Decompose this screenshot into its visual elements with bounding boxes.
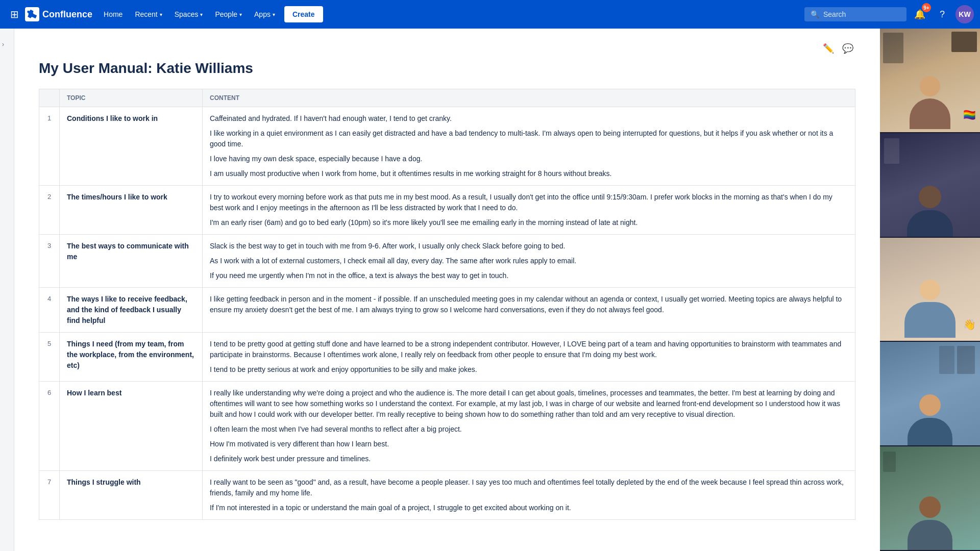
sidebar-toggle[interactable]: › [0, 29, 14, 551]
row-content: Slack is the best way to get in touch wi… [203, 235, 855, 288]
spaces-chevron-icon: ▾ [200, 12, 203, 17]
top-navigation: ⊞ Confluence Home Recent ▾ Spaces ▾ Peop… [0, 0, 980, 29]
comment-button[interactable]: 💬 [840, 41, 855, 56]
row-content: I like getting feedback in person and in… [203, 288, 855, 333]
table-row: 6How I learn bestI really like understan… [39, 382, 855, 471]
search-icon: 🔍 [811, 10, 819, 18]
row-topic: The best ways to communicate with me [60, 235, 203, 288]
grid-icon[interactable]: ⊞ [6, 6, 23, 22]
row-number: 2 [39, 186, 60, 235]
row-topic: The ways I like to receive feedback, and… [60, 288, 203, 333]
row-number: 1 [39, 107, 60, 186]
nav-apps[interactable]: Apps ▾ [249, 6, 280, 22]
page-title: My User Manual: Katie Williams [39, 60, 855, 77]
row-content: I really like understanding why we're do… [203, 382, 855, 471]
col-header-content: Content [203, 89, 855, 107]
col-header-num [39, 89, 60, 107]
wave-emoji: 👋 [963, 318, 976, 331]
sidebar-toggle-button[interactable]: › [0, 39, 6, 50]
row-number: 5 [39, 333, 60, 382]
row-number: 4 [39, 288, 60, 333]
table-row: 2The times/hours I like to workI try to … [39, 186, 855, 235]
nav-recent[interactable]: Recent ▾ [130, 6, 167, 22]
apps-chevron-icon: ▾ [273, 12, 275, 17]
page-actions: ✏️ 💬 [39, 41, 855, 56]
row-content: I try to workout every morning before wo… [203, 186, 855, 235]
video-tile-3[interactable]: 👋 [880, 238, 980, 342]
row-content: I tend to be pretty good at getting stuf… [203, 333, 855, 382]
nav-home[interactable]: Home [99, 6, 128, 22]
row-number: 3 [39, 235, 60, 288]
nav-people[interactable]: People ▾ [210, 6, 247, 22]
video-tile-2[interactable] [880, 133, 980, 238]
row-topic: How I learn best [60, 382, 203, 471]
user-avatar[interactable]: KW [955, 5, 974, 23]
row-topic: Things I struggle with [60, 471, 203, 520]
video-sidebar: 🏳️‍🌈 [880, 29, 980, 551]
content-area: ✏️ 💬 My User Manual: Katie Williams Topi… [14, 29, 880, 551]
create-button[interactable]: Create [284, 6, 323, 22]
table-row: 1Conditions I like to work inCaffeinated… [39, 107, 855, 186]
search-box[interactable]: 🔍 Search [804, 7, 906, 21]
row-topic: Things I need (from my team, from the wo… [60, 333, 203, 382]
col-header-topic: Topic [60, 89, 203, 107]
row-number: 6 [39, 382, 60, 471]
table-row: 4The ways I like to receive feedback, an… [39, 288, 855, 333]
people-chevron-icon: ▾ [239, 12, 242, 17]
manual-table: Topic Content 1Conditions I like to work… [39, 89, 855, 520]
help-button[interactable]: ? [933, 5, 951, 23]
logo-text: Confluence [42, 9, 92, 20]
edit-button[interactable]: ✏️ [821, 41, 836, 56]
main-layout: › ✏️ 💬 My User Manual: Katie Williams To… [0, 29, 980, 551]
row-number: 7 [39, 471, 60, 520]
table-row: 5Things I need (from my team, from the w… [39, 333, 855, 382]
row-content: Caffeinated and hydrated. If I haven't h… [203, 107, 855, 186]
row-content: I really want to be seen as "good" and, … [203, 471, 855, 520]
nav-spaces[interactable]: Spaces ▾ [169, 6, 208, 22]
notification-badge: 9+ [922, 3, 931, 12]
video-tile-4[interactable] [880, 342, 980, 446]
table-row: 7Things I struggle withI really want to … [39, 471, 855, 520]
video-tile-1[interactable]: 🏳️‍🌈 [880, 29, 980, 133]
recent-chevron-icon: ▾ [160, 12, 162, 17]
table-row: 3The best ways to communicate with meSla… [39, 235, 855, 288]
row-topic: Conditions I like to work in [60, 107, 203, 186]
rainbow-emoji: 🏳️‍🌈 [963, 109, 976, 121]
confluence-logo[interactable]: Confluence [25, 7, 92, 21]
video-tile-5[interactable] [880, 446, 980, 551]
notifications-area: 🔔 9+ [911, 5, 929, 23]
row-topic: The times/hours I like to work [60, 186, 203, 235]
topnav-right: 🔍 Search 🔔 9+ ? KW [804, 5, 974, 23]
